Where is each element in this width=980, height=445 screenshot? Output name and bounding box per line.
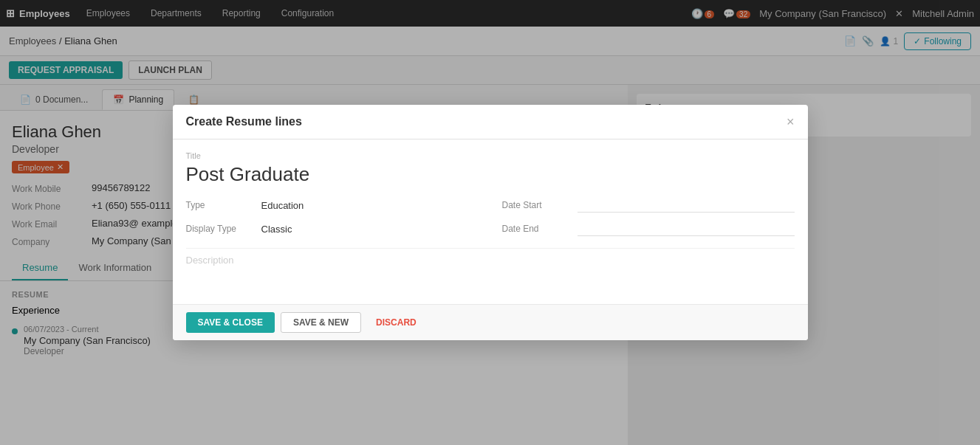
modal-dialog: Create Resume lines × Title Post Graduat…	[173, 105, 808, 340]
title-field-value: Post Graduate	[186, 163, 795, 186]
date-end-label: Date End	[502, 224, 569, 234]
type-row: Type Education	[186, 198, 479, 213]
display-type-row: Display Type Classic	[186, 221, 479, 236]
title-field-label: Title	[186, 151, 795, 160]
modal-body: Title Post Graduate Type Education Date …	[173, 139, 808, 304]
type-label: Type	[186, 200, 253, 210]
display-type-value[interactable]: Classic	[261, 224, 292, 235]
modal-close-button[interactable]: ×	[787, 115, 795, 128]
display-type-label: Display Type	[186, 224, 253, 234]
modal-title: Create Resume lines	[186, 115, 302, 128]
date-start-label: Date Start	[502, 200, 569, 210]
title-field-group: Title Post Graduate	[186, 151, 795, 186]
modal-overlay: Create Resume lines × Title Post Graduat…	[0, 0, 980, 445]
modal-header: Create Resume lines ×	[173, 105, 808, 139]
modal-footer: SAVE & CLOSE SAVE & NEW DISCARD	[173, 304, 808, 340]
date-end-input[interactable]	[578, 221, 795, 236]
date-start-input[interactable]	[578, 198, 795, 213]
save-new-button[interactable]: SAVE & NEW	[281, 312, 361, 333]
description-placeholder[interactable]: Description	[186, 248, 795, 292]
save-close-button[interactable]: SAVE & CLOSE	[186, 312, 275, 333]
discard-button[interactable]: DISCARD	[367, 312, 425, 333]
form-grid: Type Education Date Start Display Type C…	[186, 198, 795, 236]
date-end-row: Date End	[502, 221, 795, 236]
type-value[interactable]: Education	[261, 200, 304, 211]
date-start-row: Date Start	[502, 198, 795, 213]
